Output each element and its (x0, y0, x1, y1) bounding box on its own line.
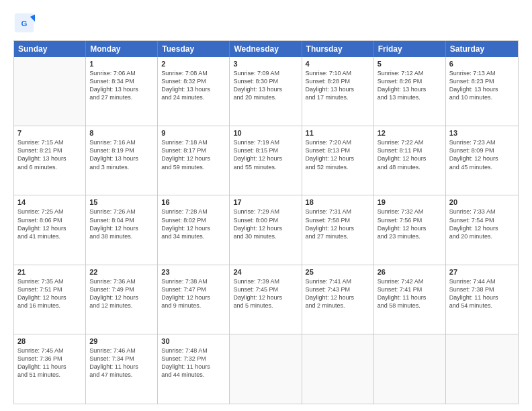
week-row-1: 1Sunrise: 7:06 AM Sunset: 8:34 PM Daylig… (14, 57, 518, 126)
logo-icon: G (13, 12, 35, 34)
day-number: 27 (449, 268, 515, 276)
day-info: Sunrise: 7:36 AM Sunset: 7:49 PM Dayligh… (89, 277, 154, 310)
day-cell-30: 30Sunrise: 7:48 AM Sunset: 7:32 PM Dayli… (158, 334, 230, 404)
weekday-header-monday: Monday (86, 41, 158, 57)
day-cell-20: 20Sunrise: 7:33 AM Sunset: 7:54 PM Dayli… (446, 195, 518, 264)
day-number: 30 (161, 337, 226, 345)
day-number: 23 (161, 268, 226, 276)
day-number: 1 (89, 60, 154, 68)
day-info: Sunrise: 7:31 AM Sunset: 7:58 PM Dayligh… (306, 208, 370, 240)
day-number: 25 (306, 268, 370, 276)
calendar-header: SundayMondayTuesdayWednesdayThursdayFrid… (14, 41, 518, 57)
day-cell-25: 25Sunrise: 7:41 AM Sunset: 7:43 PM Dayli… (302, 265, 374, 334)
empty-cell (14, 57, 86, 126)
day-cell-6: 6Sunrise: 7:13 AM Sunset: 8:23 PM Daylig… (446, 57, 518, 126)
day-cell-2: 2Sunrise: 7:08 AM Sunset: 8:32 PM Daylig… (158, 57, 230, 126)
day-number: 4 (306, 60, 370, 68)
day-cell-13: 13Sunrise: 7:23 AM Sunset: 8:09 PM Dayli… (446, 126, 518, 195)
day-number: 9 (161, 129, 226, 137)
day-number: 28 (17, 337, 82, 345)
day-number: 10 (233, 129, 298, 137)
day-cell-7: 7Sunrise: 7:15 AM Sunset: 8:21 PM Daylig… (14, 126, 86, 195)
empty-cell (374, 334, 446, 404)
day-number: 15 (89, 198, 154, 206)
day-cell-17: 17Sunrise: 7:29 AM Sunset: 8:00 PM Dayli… (230, 195, 302, 264)
day-cell-29: 29Sunrise: 7:46 AM Sunset: 7:34 PM Dayli… (86, 334, 158, 404)
day-info: Sunrise: 7:19 AM Sunset: 8:15 PM Dayligh… (233, 138, 298, 171)
day-info: Sunrise: 7:29 AM Sunset: 8:00 PM Dayligh… (233, 208, 298, 240)
empty-cell (302, 334, 374, 404)
day-number: 5 (378, 60, 442, 68)
weekday-header-sunday: Sunday (14, 41, 86, 57)
day-cell-10: 10Sunrise: 7:19 AM Sunset: 8:15 PM Dayli… (230, 126, 302, 195)
day-cell-22: 22Sunrise: 7:36 AM Sunset: 7:49 PM Dayli… (86, 265, 158, 334)
day-cell-4: 4Sunrise: 7:10 AM Sunset: 8:28 PM Daylig… (302, 57, 374, 126)
day-info: Sunrise: 7:06 AM Sunset: 8:34 PM Dayligh… (89, 69, 154, 102)
day-info: Sunrise: 7:20 AM Sunset: 8:13 PM Dayligh… (306, 138, 370, 171)
day-info: Sunrise: 7:26 AM Sunset: 8:04 PM Dayligh… (89, 208, 154, 240)
day-info: Sunrise: 7:44 AM Sunset: 7:38 PM Dayligh… (449, 277, 515, 310)
day-cell-27: 27Sunrise: 7:44 AM Sunset: 7:38 PM Dayli… (446, 265, 518, 334)
day-cell-18: 18Sunrise: 7:31 AM Sunset: 7:58 PM Dayli… (302, 195, 374, 264)
empty-cell (230, 334, 302, 404)
day-number: 29 (89, 337, 154, 345)
weekday-header-thursday: Thursday (302, 41, 374, 57)
week-row-4: 21Sunrise: 7:35 AM Sunset: 7:51 PM Dayli… (14, 265, 518, 334)
day-cell-21: 21Sunrise: 7:35 AM Sunset: 7:51 PM Dayli… (14, 265, 86, 334)
weekday-header-saturday: Saturday (446, 41, 518, 57)
day-number: 8 (89, 129, 154, 137)
day-number: 7 (17, 129, 82, 137)
weekday-header-wednesday: Wednesday (230, 41, 302, 57)
day-cell-15: 15Sunrise: 7:26 AM Sunset: 8:04 PM Dayli… (86, 195, 158, 264)
day-info: Sunrise: 7:16 AM Sunset: 8:19 PM Dayligh… (89, 138, 154, 171)
day-number: 20 (449, 198, 515, 206)
day-info: Sunrise: 7:08 AM Sunset: 8:32 PM Dayligh… (161, 69, 226, 102)
day-number: 24 (233, 268, 298, 276)
day-info: Sunrise: 7:22 AM Sunset: 8:11 PM Dayligh… (378, 138, 442, 171)
day-cell-28: 28Sunrise: 7:45 AM Sunset: 7:36 PM Dayli… (14, 334, 86, 404)
day-cell-11: 11Sunrise: 7:20 AM Sunset: 8:13 PM Dayli… (302, 126, 374, 195)
week-row-5: 28Sunrise: 7:45 AM Sunset: 7:36 PM Dayli… (14, 334, 518, 404)
day-cell-1: 1Sunrise: 7:06 AM Sunset: 8:34 PM Daylig… (86, 57, 158, 126)
day-cell-3: 3Sunrise: 7:09 AM Sunset: 8:30 PM Daylig… (230, 57, 302, 126)
day-number: 26 (378, 268, 442, 276)
day-info: Sunrise: 7:41 AM Sunset: 7:43 PM Dayligh… (306, 277, 370, 310)
logo: G (13, 12, 38, 34)
day-number: 17 (233, 198, 298, 206)
day-cell-24: 24Sunrise: 7:39 AM Sunset: 7:45 PM Dayli… (230, 265, 302, 334)
week-row-2: 7Sunrise: 7:15 AM Sunset: 8:21 PM Daylig… (14, 126, 518, 195)
day-info: Sunrise: 7:42 AM Sunset: 7:41 PM Dayligh… (378, 277, 442, 310)
day-number: 18 (306, 198, 370, 206)
day-number: 12 (378, 129, 442, 137)
day-cell-12: 12Sunrise: 7:22 AM Sunset: 8:11 PM Dayli… (374, 126, 446, 195)
calendar: SundayMondayTuesdayWednesdayThursdayFrid… (13, 40, 519, 404)
day-info: Sunrise: 7:33 AM Sunset: 7:54 PM Dayligh… (449, 208, 515, 240)
svg-text:G: G (21, 19, 28, 28)
weekday-header-tuesday: Tuesday (158, 41, 230, 57)
header: G (13, 12, 519, 34)
day-info: Sunrise: 7:46 AM Sunset: 7:34 PM Dayligh… (89, 347, 154, 379)
page: G SundayMondayTuesdayWednesdayThursdayFr… (0, 0, 532, 411)
day-info: Sunrise: 7:25 AM Sunset: 8:06 PM Dayligh… (17, 208, 82, 240)
empty-cell (446, 334, 518, 404)
day-number: 13 (449, 129, 515, 137)
calendar-body: 1Sunrise: 7:06 AM Sunset: 8:34 PM Daylig… (14, 57, 518, 404)
day-info: Sunrise: 7:32 AM Sunset: 7:56 PM Dayligh… (378, 208, 442, 240)
day-info: Sunrise: 7:45 AM Sunset: 7:36 PM Dayligh… (17, 347, 82, 379)
day-cell-5: 5Sunrise: 7:12 AM Sunset: 8:26 PM Daylig… (374, 57, 446, 126)
day-info: Sunrise: 7:15 AM Sunset: 8:21 PM Dayligh… (17, 138, 82, 171)
day-info: Sunrise: 7:28 AM Sunset: 8:02 PM Dayligh… (161, 208, 226, 240)
day-number: 6 (449, 60, 515, 68)
day-number: 16 (161, 198, 226, 206)
day-cell-16: 16Sunrise: 7:28 AM Sunset: 8:02 PM Dayli… (158, 195, 230, 264)
day-cell-19: 19Sunrise: 7:32 AM Sunset: 7:56 PM Dayli… (374, 195, 446, 264)
weekday-header-friday: Friday (374, 41, 446, 57)
day-info: Sunrise: 7:38 AM Sunset: 7:47 PM Dayligh… (161, 277, 226, 310)
day-number: 22 (89, 268, 154, 276)
day-number: 19 (378, 198, 442, 206)
day-info: Sunrise: 7:39 AM Sunset: 7:45 PM Dayligh… (233, 277, 298, 310)
day-info: Sunrise: 7:13 AM Sunset: 8:23 PM Dayligh… (449, 69, 515, 102)
day-cell-14: 14Sunrise: 7:25 AM Sunset: 8:06 PM Dayli… (14, 195, 86, 264)
day-info: Sunrise: 7:23 AM Sunset: 8:09 PM Dayligh… (449, 138, 515, 171)
day-number: 21 (17, 268, 82, 276)
